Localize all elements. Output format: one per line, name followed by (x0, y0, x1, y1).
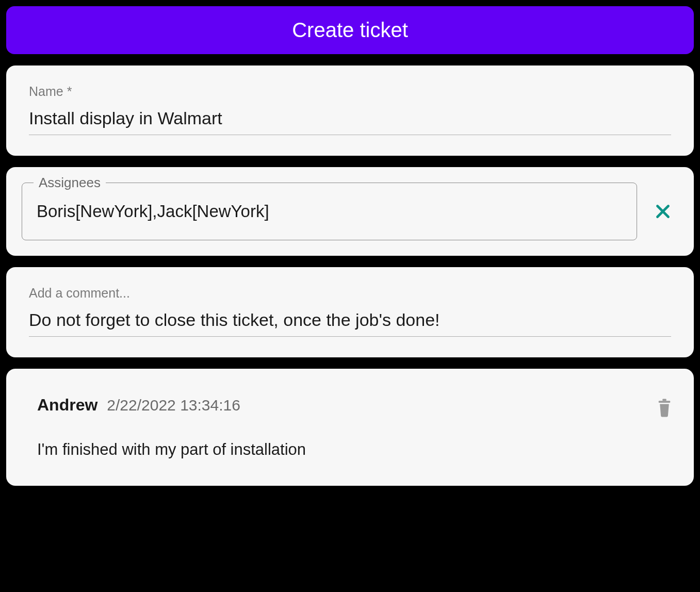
comment-author: Andrew (37, 396, 97, 415)
name-field-label: Name * (29, 84, 671, 99)
create-ticket-label: Create ticket (292, 19, 408, 41)
assignees-card: Assignees Boris[NewYork],Jack[NewYork] (6, 167, 694, 256)
comment-body: I'm finished with my part of installatio… (37, 440, 671, 459)
comment-field-label: Add a comment... (29, 286, 671, 301)
comment-item: Andrew 2/22/2022 13:34:16 I'm finished w… (6, 369, 694, 486)
add-comment-card: Add a comment... (6, 267, 694, 357)
trash-icon (657, 399, 672, 417)
svg-rect-0 (659, 401, 671, 403)
name-input[interactable] (29, 106, 671, 135)
name-card: Name * (6, 65, 694, 156)
assignees-value: Boris[NewYork],Jack[NewYork] (37, 202, 622, 221)
assignees-field-label: Assignees (34, 175, 106, 191)
comment-header: Andrew 2/22/2022 13:34:16 (37, 396, 671, 415)
create-ticket-button[interactable]: Create ticket (6, 6, 694, 54)
assignees-fieldset[interactable]: Assignees Boris[NewYork],Jack[NewYork] (22, 183, 637, 240)
delete-comment-button[interactable] (654, 396, 675, 422)
comment-timestamp: 2/22/2022 13:34:16 (107, 397, 240, 414)
clear-assignees-button[interactable] (647, 196, 678, 227)
svg-rect-1 (662, 399, 666, 401)
close-icon (654, 202, 672, 221)
comment-input[interactable] (29, 308, 671, 337)
